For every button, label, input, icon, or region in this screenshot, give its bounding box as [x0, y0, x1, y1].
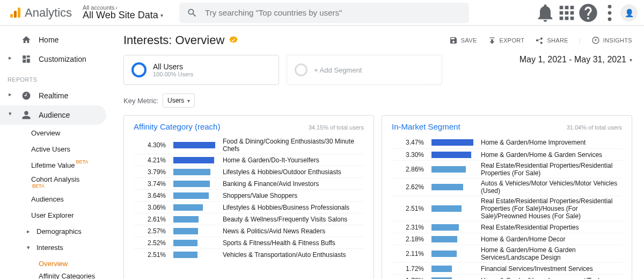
table-row[interactable]: 2.11%Home & Garden/Home & Garden Service… [392, 245, 622, 262]
row-percent: 3.06% [134, 204, 166, 211]
help-icon[interactable] [577, 2, 599, 24]
row-label: Home & Garden/Home Improvement [481, 139, 622, 146]
table-row[interactable]: 3.74%Banking & Finance/Avid Investors [134, 177, 364, 189]
table-row[interactable]: 3.79%Lifestyles & Hobbies/Outdoor Enthus… [134, 166, 364, 177]
app-header: Analytics All accounts› All Web Site Dat… [0, 0, 644, 26]
sidebar-item-demographics[interactable]: ▸Demographics [0, 223, 112, 239]
table-row[interactable]: 4.30%Food & Dining/Cooking Enthusiasts/3… [134, 137, 364, 154]
collapse-icon: ▾ [25, 244, 32, 251]
table-row[interactable]: 4.21%Home & Garden/Do-It-Yourselfers [134, 154, 364, 166]
table-row[interactable]: 3.06%Lifestyles & Hobbies/Business Profe… [134, 201, 364, 213]
sidebar-item-interests-overview[interactable]: Overview [0, 255, 112, 271]
row-bar [431, 166, 473, 173]
svg-rect-2 [18, 8, 20, 18]
row-label: Home & Garden/Home & Garden Services [481, 151, 622, 159]
save-button[interactable]: SAVE [449, 36, 477, 45]
row-label: Vehicles & Transportation/Auto Enthusias… [223, 251, 364, 259]
search-input[interactable] [204, 8, 462, 18]
segment-sub: 100.00% Users [153, 71, 193, 77]
sidebar-item-audience[interactable]: ▾Audience [0, 105, 106, 125]
table-row[interactable]: 3.47%Home & Garden/Home Improvement [392, 137, 622, 148]
sidebar-item-customization[interactable]: ▸Customization [0, 49, 112, 69]
row-label: Financial Services/Investment Services [481, 265, 622, 273]
caret-down-icon: ▾ [160, 12, 163, 18]
apps-icon[interactable] [556, 2, 577, 24]
caret-down-icon: ▾ [187, 98, 190, 104]
reports-header: REPORTS [0, 69, 112, 86]
row-percent: 2.31% [392, 224, 424, 231]
user-avatar[interactable]: 👤 [620, 4, 638, 22]
add-segment-label: + Add Segment [314, 66, 362, 74]
sidebar-item-active-users[interactable]: Active Users [0, 141, 112, 157]
clock-icon [21, 91, 31, 101]
row-label: Food & Dining/Cooking Enthusiasts/30 Min… [223, 138, 364, 153]
row-label: Beauty & Wellness/Frequently Visits Salo… [223, 216, 364, 223]
row-bar [173, 157, 215, 163]
analytics-icon [9, 6, 21, 19]
row-bar [173, 169, 215, 175]
row-bar [173, 192, 215, 199]
export-button[interactable]: EXPORT [488, 36, 525, 45]
row-label: Shoppers/Value Shoppers [223, 192, 364, 199]
row-percent: 2.51% [134, 251, 166, 259]
expand-icon: ▸ [25, 228, 32, 235]
search-bar[interactable] [179, 3, 469, 23]
panel-title[interactable]: Affinity Category (reach) [134, 122, 220, 131]
svg-point-4 [608, 11, 612, 15]
row-percent: 2.52% [134, 239, 166, 247]
table-row[interactable]: 1.72%Financial Services/Investment Servi… [392, 262, 622, 274]
table-row[interactable]: 2.18%Home & Garden/Home Decor [392, 233, 622, 245]
row-label: Lifestyles & Hobbies/Business Profession… [223, 204, 364, 211]
row-percent: 1.72% [392, 277, 424, 280]
row-bar [173, 142, 215, 148]
row-bar [431, 205, 473, 212]
expand-icon: ▸ [6, 91, 14, 101]
segment-all-users[interactable]: All Users 100.00% Users [123, 55, 279, 85]
affinity-panel: Affinity Category (reach) 34.15% of tota… [123, 115, 374, 279]
table-row[interactable]: 1.72%Home & Garden/Home Improvement/Tool… [392, 274, 622, 279]
row-bar [431, 139, 473, 146]
more-icon[interactable] [599, 2, 620, 24]
date-range-picker[interactable]: May 1, 2021 - May 31, 2021▾ [519, 55, 632, 65]
sidebar-item-affinity-categories[interactable]: Affinity Categories [0, 271, 112, 279]
row-percent: 1.72% [392, 265, 424, 273]
row-bar [173, 204, 215, 211]
table-row[interactable]: 2.51%Real Estate/Residential Properties/… [392, 196, 622, 221]
sidebar-item-lifetime-value[interactable]: Lifetime ValueBETA [0, 157, 112, 173]
row-bar [431, 251, 473, 257]
table-row[interactable]: 2.57%News & Politics/Avid News Readers [134, 225, 364, 237]
sidebar-item-realtime[interactable]: ▸Realtime [0, 86, 112, 105]
table-row[interactable]: 2.62%Autos & Vehicles/Motor Vehicles/Mot… [392, 178, 622, 196]
key-metric-select[interactable]: Users▾ [163, 94, 195, 108]
sidebar-item-user-explorer[interactable]: User Explorer [0, 207, 112, 223]
key-metric-label: Key Metric: [123, 97, 158, 105]
sidebar-item-cohort[interactable]: Cohort AnalysisBETA [0, 173, 112, 191]
beta-badge: BETA [32, 183, 45, 189]
table-row[interactable]: 3.30%Home & Garden/Home & Garden Service… [392, 148, 622, 160]
row-bar [431, 236, 473, 242]
share-button[interactable]: SHARE [535, 36, 568, 45]
table-row[interactable]: 2.61%Beauty & Wellness/Frequently Visits… [134, 213, 364, 225]
insights-button[interactable]: INSIGHTS [591, 36, 632, 45]
sidebar-item-audiences[interactable]: Audiences [0, 191, 112, 207]
table-row[interactable]: 2.86%Real Estate/Residential Properties/… [392, 160, 622, 178]
sidebar-item-interests[interactable]: ▾Interests [0, 239, 112, 255]
row-percent: 3.64% [134, 192, 166, 199]
sidebar-item-aud-overview[interactable]: Overview [0, 125, 112, 141]
panel-title[interactable]: In-Market Segment [392, 122, 460, 131]
add-segment-button[interactable]: + Add Segment [287, 55, 442, 85]
svg-point-3 [608, 5, 612, 9]
search-icon [187, 8, 197, 18]
notifications-icon[interactable] [535, 2, 556, 24]
row-bar [431, 266, 473, 272]
sidebar-item-home[interactable]: Home [0, 30, 112, 49]
account-switcher[interactable]: All accounts› All Web Site Data▾ [83, 4, 174, 21]
table-row[interactable]: 2.51%Vehicles & Transportation/Auto Enth… [134, 248, 364, 260]
table-row[interactable]: 2.52%Sports & Fitness/Health & Fitness B… [134, 237, 364, 248]
table-row[interactable]: 3.64%Shoppers/Value Shoppers [134, 189, 364, 201]
segment-ring-icon [131, 62, 147, 77]
row-percent: 4.21% [134, 156, 166, 164]
row-bar [431, 152, 473, 158]
ga-logo[interactable]: Analytics [4, 6, 76, 20]
table-row[interactable]: 2.31%Real Estate/Residential Properties [392, 221, 622, 233]
